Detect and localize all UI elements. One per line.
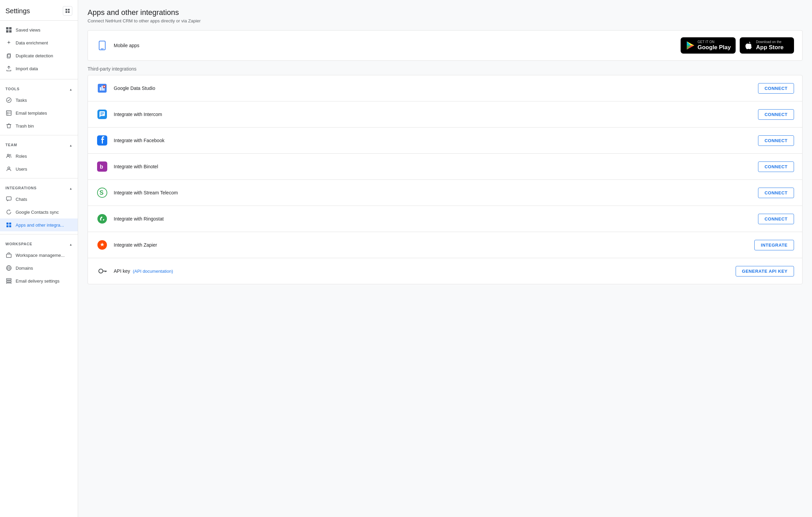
sidebar-item-workspace-management[interactable]: Workspace manageme...	[0, 249, 78, 262]
integrate-button-zapier[interactable]: INTEGRATE	[754, 240, 794, 250]
tools-section-label: TOOLS	[5, 87, 20, 91]
sidebar-item-label: Chats	[16, 197, 27, 202]
integrations-section-header[interactable]: INTEGRATIONS	[0, 181, 78, 193]
svg-rect-5	[9, 27, 12, 30]
svg-rect-20	[6, 223, 8, 225]
team-section-items: Roles Users	[0, 150, 78, 175]
integration-label: Integrate with Facebook	[114, 138, 753, 143]
svg-rect-0	[66, 9, 67, 11]
globe-icon	[5, 265, 12, 271]
sidebar-item-saved-views[interactable]: Saved views	[0, 23, 78, 36]
svg-rect-4	[6, 27, 8, 30]
sidebar-item-label: Trash bin	[16, 123, 34, 129]
mobile-apps-label: Mobile apps	[114, 43, 675, 48]
app-store-text: Download on the App Store	[756, 40, 783, 51]
integration-actions: CONNECT	[758, 161, 794, 172]
integration-label: Integrate with Ringostat	[114, 216, 753, 222]
sidebar-item-apps-integrations[interactable]: Apps and other integra...	[0, 218, 78, 231]
svg-rect-8	[7, 54, 10, 58]
mobile-icon	[96, 39, 108, 52]
svg-rect-22	[6, 225, 8, 227]
app-store-top-text: Download on the	[756, 40, 783, 44]
grid-apps-icon	[5, 222, 12, 228]
svg-rect-21	[9, 223, 11, 225]
api-key-label: API key	[114, 268, 130, 274]
svg-rect-3	[68, 11, 70, 13]
google-play-button[interactable]: GET IT ON Google Play	[681, 37, 736, 54]
sidebar-item-label: Email delivery settings	[16, 279, 59, 284]
main-content: Apps and other integrations Connect NetH…	[78, 0, 812, 517]
sidebar-item-trash-bin[interactable]: Trash bin	[0, 119, 78, 132]
sidebar-item-label: Import data	[16, 66, 38, 71]
sidebar-divider	[0, 79, 78, 79]
tools-section-header[interactable]: TOOLS	[0, 82, 78, 94]
sidebar-item-label: Users	[16, 167, 27, 172]
team-section-header[interactable]: TEAM	[0, 138, 78, 150]
integration-label: Google Data Studio	[114, 85, 753, 91]
binotel-icon: b	[96, 160, 108, 173]
chat-icon	[5, 196, 12, 203]
svg-rect-7	[9, 30, 12, 33]
person-icon	[5, 166, 12, 172]
sidebar-item-label: Tasks	[16, 98, 27, 103]
connect-button-google-data-studio[interactable]: CONNECT	[758, 83, 794, 94]
sidebar-item-chats[interactable]: Chats	[0, 193, 78, 206]
page-subtitle: Connect NetHunt CRM to other apps direct…	[88, 18, 802, 23]
tools-section-items: Tasks Email templates Trash bin	[0, 94, 78, 132]
google-play-main-text: Google Play	[698, 44, 731, 51]
layout-icon	[65, 8, 70, 13]
table-icon	[5, 110, 12, 116]
sidebar-item-email-delivery[interactable]: Email delivery settings	[0, 274, 78, 287]
briefcase-icon	[5, 252, 12, 258]
workspace-section-label: WORKSPACE	[5, 242, 32, 246]
chevron-up-icon	[69, 86, 72, 92]
group-icon	[5, 153, 12, 159]
facebook-icon	[96, 134, 108, 147]
sidebar-item-import-data[interactable]: Import data	[0, 62, 78, 75]
svg-point-40	[104, 86, 105, 87]
intercom-icon	[96, 108, 108, 120]
svg-point-52	[99, 269, 103, 273]
workspace-section-items: Workspace manageme... Domains Email deli…	[0, 249, 78, 287]
sidebar-item-duplicate-detection[interactable]: Duplicate detection	[0, 49, 78, 62]
integration-row-stream-telecom: S Integrate with Stream Telecom CONNECT	[88, 180, 802, 206]
sidebar-item-domains[interactable]: Domains	[0, 262, 78, 274]
integration-actions: CONNECT	[758, 188, 794, 198]
connect-button-stream-telecom[interactable]: CONNECT	[758, 188, 794, 198]
app-store-button[interactable]: Download on the App Store	[740, 37, 794, 54]
workspace-section-header[interactable]: WORKSPACE	[0, 237, 78, 249]
chevron-up-icon	[69, 185, 72, 191]
integration-actions: CONNECT	[758, 83, 794, 94]
connect-button-ringostat[interactable]: CONNECT	[758, 214, 794, 224]
generate-api-key-button[interactable]: GENERATE API KEY	[736, 266, 794, 276]
sidebar-item-roles[interactable]: Roles	[0, 150, 78, 162]
sidebar-item-users[interactable]: Users	[0, 162, 78, 175]
api-documentation-link[interactable]: (API documentation)	[133, 269, 173, 274]
ringostat-icon	[96, 213, 108, 225]
sidebar-item-label: Apps and other integra...	[16, 223, 64, 228]
google-play-top-text: GET IT ON	[698, 40, 731, 44]
zapier-icon	[96, 239, 108, 251]
svg-rect-11	[6, 111, 11, 115]
copy-icon	[5, 52, 12, 59]
integration-label: Integrate with Binotel	[114, 164, 753, 169]
connect-button-binotel[interactable]: CONNECT	[758, 161, 794, 172]
grid-icon	[5, 26, 12, 33]
sidebar-item-tasks[interactable]: Tasks	[0, 94, 78, 107]
sidebar-toggle-button[interactable]	[63, 6, 72, 16]
svg-rect-23	[9, 225, 11, 227]
team-section-label: TEAM	[5, 143, 17, 147]
sidebar: Settings Saved views Data enrichment	[0, 0, 78, 517]
chevron-up-icon	[69, 142, 72, 148]
svg-rect-1	[68, 9, 70, 11]
sidebar-item-google-contacts-sync[interactable]: Google Contacts sync	[0, 206, 78, 218]
apple-icon	[744, 41, 753, 50]
svg-point-10	[6, 98, 11, 102]
svg-rect-30	[6, 283, 11, 284]
sidebar-item-data-enrichment[interactable]: Data enrichment	[0, 36, 78, 49]
integration-row-facebook: Integrate with Facebook CONNECT	[88, 128, 802, 154]
connect-button-intercom[interactable]: CONNECT	[758, 109, 794, 120]
connect-button-facebook[interactable]: CONNECT	[758, 135, 794, 146]
sidebar-item-email-templates[interactable]: Email templates	[0, 107, 78, 119]
svg-rect-19	[6, 197, 11, 200]
